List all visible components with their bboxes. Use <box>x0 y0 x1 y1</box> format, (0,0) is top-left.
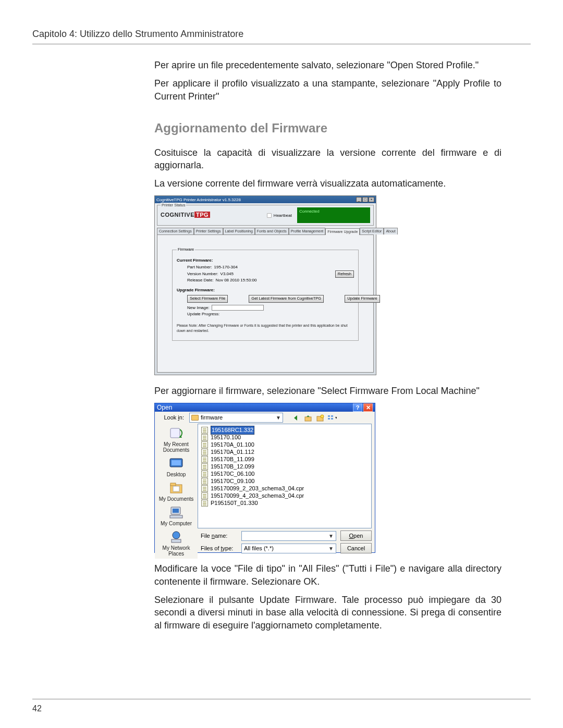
heartbeat-checkbox[interactable]: Heartbeat <box>266 212 292 219</box>
tab-firmware-upgrade[interactable]: Firmware Upgrade <box>325 228 360 235</box>
dialog-titlebar: Open ? ✕ <box>155 403 375 412</box>
file-item[interactable]: 195170A_01.112 <box>201 448 368 455</box>
printer-status-group: Printer Status COGNITIVETPG Heartbeat Co… <box>157 205 374 226</box>
view-menu-button[interactable] <box>327 413 337 423</box>
tab-fonts-objects[interactable]: Fonts and Objects <box>255 228 289 235</box>
chevron-down-icon: ▼ <box>276 414 281 422</box>
firmware-admin-window: CognitiveTPG Printer Administrator v1.5.… <box>154 195 376 375</box>
file-item[interactable]: 195170.100 <box>201 434 368 441</box>
my-network-icon <box>168 529 185 544</box>
firmware-tab-page: Firmware Current Firmware: Part Number: … <box>157 235 374 373</box>
filetype-field[interactable]: All files (*.*) ▼ <box>241 544 336 553</box>
file-item[interactable]: 195170C_06.100 <box>201 470 368 477</box>
paragraph: Per aprire un file precedentemente salva… <box>154 59 501 72</box>
svg-point-2 <box>321 415 324 418</box>
paragraph: Cosituisce la capacità di visualizzare l… <box>154 146 501 172</box>
place-my-network[interactable]: My Network Places <box>158 529 194 559</box>
file-name: P195150T_01.330 <box>211 499 258 507</box>
file-item[interactable]: 195168RC1.332 <box>201 426 368 434</box>
file-name: 195170.100 <box>211 434 241 441</box>
cancel-button[interactable]: Cancel <box>340 543 372 553</box>
svg-rect-12 <box>173 486 179 491</box>
place-label: My Documents <box>159 496 194 502</box>
label: Update Progress: <box>187 311 219 318</box>
place-label: My Computer <box>161 521 192 526</box>
svg-rect-6 <box>331 418 333 419</box>
new-folder-button[interactable] <box>315 413 325 423</box>
maximize-button[interactable]: □ <box>362 197 368 202</box>
dialog-title: Open <box>157 403 172 412</box>
filename-label: File name: <box>201 532 237 540</box>
tab-about[interactable]: About <box>384 228 397 235</box>
place-label: Desktop <box>167 472 186 477</box>
open-button[interactable]: Open <box>340 530 372 541</box>
update-progress-row: Update Progress: <box>187 311 354 318</box>
help-button[interactable]: ? <box>353 403 362 412</box>
file-item[interactable]: 195170C_09.100 <box>201 477 368 485</box>
back-button[interactable] <box>291 413 301 423</box>
file-name: 195170B_11.099 <box>211 455 254 463</box>
upgrade-firmware-head: Upgrade Firmware: <box>177 287 354 293</box>
tab-label-positioning[interactable]: Label Positioning <box>223 228 255 235</box>
select-firmware-button[interactable]: Select Firmware File <box>187 295 228 302</box>
file-icon <box>201 471 208 477</box>
place-my-documents[interactable]: My Documents <box>158 480 194 504</box>
group-label: Printer Status <box>161 203 186 208</box>
chapter-header: Capitolo 4: Utilizzo dello Strumento Amm… <box>32 29 531 40</box>
window-titlebar: CognitiveTPG Printer Administrator v1.5.… <box>155 196 376 203</box>
value: 195-170-304 <box>214 264 238 271</box>
tab-profile-management[interactable]: Profile Management <box>289 228 326 235</box>
tab-connection-settings[interactable]: Connection Settings <box>157 228 194 235</box>
file-icon <box>201 485 208 492</box>
file-item[interactable]: 195170A_01.100 <box>201 441 368 448</box>
logo-text: COGNITIVE <box>161 212 194 218</box>
file-icon <box>201 478 208 485</box>
lookin-combo[interactable]: firmware ▼ <box>189 413 283 423</box>
paragraph: Modificare la voce "File di tipo" in "Al… <box>154 562 501 588</box>
get-latest-firmware-button[interactable]: Get Latest Firmware from CognitiveTPG <box>249 295 324 302</box>
file-item[interactable]: 195170099_2_203_schema3_04.cpr <box>201 485 368 492</box>
file-name: 195170B_12.099 <box>211 463 254 471</box>
place-label: My Network Places <box>163 545 190 557</box>
body-content: Per aprire un file precedentemente salva… <box>154 59 501 632</box>
up-one-level-button[interactable] <box>303 413 313 423</box>
place-desktop[interactable]: Desktop <box>158 456 194 479</box>
place-my-computer[interactable]: My Computer <box>158 505 194 528</box>
close-button[interactable]: × <box>369 197 374 202</box>
release-row: Release Date: Nov 08 2010 15:53:00 <box>187 277 335 284</box>
file-icon <box>201 441 208 448</box>
logo: COGNITIVETPG <box>161 211 210 219</box>
recent-documents-icon <box>168 426 185 440</box>
refresh-button[interactable]: Refresh <box>335 270 354 278</box>
file-name: 195170A_01.112 <box>211 448 254 456</box>
logo-text-accent: TPG <box>194 212 210 218</box>
update-firmware-button[interactable]: Update Firmware <box>345 295 380 302</box>
svg-rect-9 <box>172 460 181 465</box>
new-image-field[interactable] <box>212 305 264 311</box>
value: V3.045 <box>221 271 234 278</box>
label: Part Number: <box>187 264 212 271</box>
file-list[interactable]: 195168RC1.332195170.100195170A_01.100195… <box>198 424 372 528</box>
open-file-dialog: Open ? ✕ Look in: firmware ▼ <box>154 403 375 553</box>
file-icon <box>201 456 208 463</box>
tab-script-editor[interactable]: Script Editor <box>360 228 384 235</box>
filename-field[interactable]: ▼ <box>241 531 336 541</box>
lookin-value: firmware <box>201 414 223 422</box>
minimize-button[interactable]: _ <box>356 197 362 202</box>
file-item[interactable]: 195170B_12.099 <box>201 463 368 470</box>
svg-rect-3 <box>328 415 330 417</box>
file-item[interactable]: 195170B_11.099 <box>201 455 368 463</box>
svg-rect-11 <box>170 483 176 486</box>
label: New Image: <box>187 305 210 312</box>
file-item[interactable]: P195150T_01.330 <box>201 499 368 507</box>
lookin-label: Look in: <box>158 414 186 422</box>
close-button[interactable]: ✕ <box>363 403 373 412</box>
filetype-label: Files of type: <box>201 545 237 552</box>
file-item[interactable]: 195170099_4_203_schema3_04.cpr <box>201 492 368 499</box>
file-name: 195170C_06.100 <box>211 470 254 478</box>
place-recent-documents[interactable]: My Recent Documents <box>158 426 194 455</box>
tab-printer-settings[interactable]: Printer Settings <box>194 228 223 235</box>
paragraph: Selezionare il pulsante Update Firmware.… <box>154 594 501 632</box>
paragraph: La versione corrente del firmware verrà … <box>154 177 501 190</box>
dialog-bottom: File name: ▼ Open Files of type: <box>198 528 375 559</box>
